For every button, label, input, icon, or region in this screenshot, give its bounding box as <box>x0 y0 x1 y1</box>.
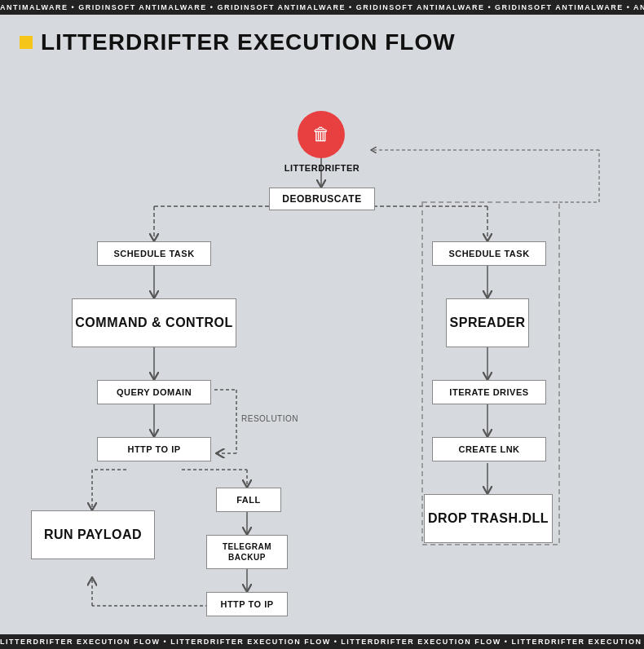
node-deobruscate: DEOBRUSCATE <box>269 188 375 210</box>
label-run-payload: RUN PAYLOAD <box>44 528 142 542</box>
ticker-top: ANTIMALWARE • GRIDINSOFT ANTIMALWARE • G… <box>0 0 644 15</box>
node-run-payload: RUN PAYLOAD <box>31 510 155 559</box>
trash-icon: 🗑 <box>312 124 330 145</box>
title-bar: LITTERDRIFTER EXECUTION FLOW <box>0 15 644 64</box>
flow-diagram: 🗑 LITTERDRIFTER DEOBRUSCATE SCHEDULE TAS… <box>0 64 644 618</box>
node-spreader: SPREADER <box>446 298 529 347</box>
node-schedule-task-right: SCHEDULE TASK <box>432 241 546 266</box>
node-command-control: COMMAND & CONTROL <box>72 298 236 347</box>
ticker-bottom-text: LITTERDRIFTER EXECUTION FLOW • LITTERDRI… <box>0 638 644 646</box>
label-schedule-task-right: SCHEDULE TASK <box>448 249 529 258</box>
node-http-to-ip: HTTP TO IP <box>97 437 211 461</box>
node-http-to-ip-2: HTTP TO IP <box>206 592 288 616</box>
label-spreader: SPREADER <box>450 316 526 330</box>
label-telegram-backup: TELEGRAM BACKUP <box>223 541 271 563</box>
ticker-bottom: LITTERDRIFTER EXECUTION FLOW • LITTERDRI… <box>0 634 644 649</box>
label-deobruscate: DEOBRUSCATE <box>282 193 361 205</box>
page-title: LITTERDRIFTER EXECUTION FLOW <box>41 29 456 55</box>
label-iterate-drives: ITERATE DRIVES <box>449 387 528 397</box>
label-command-control: COMMAND & CONTROL <box>75 316 232 330</box>
label-query-domain: QUERY DOMAIN <box>117 387 192 397</box>
node-telegram-backup: TELEGRAM BACKUP <box>206 535 288 569</box>
label-create-lnk: CREATE LNK <box>458 444 519 454</box>
label-resolution: RESOLUTION <box>241 414 298 423</box>
node-create-lnk: CREATE LNK <box>432 437 546 461</box>
node-schedule-task-left: SCHEDULE TASK <box>97 241 211 266</box>
node-iterate-drives: ITERATE DRIVES <box>432 380 546 404</box>
node-litterdrifter-circle: 🗑 <box>298 111 345 158</box>
label-drop-trash-dll: DROP TRASH.DLL <box>428 511 549 526</box>
node-query-domain: QUERY DOMAIN <box>97 380 211 404</box>
title-icon <box>20 36 33 49</box>
label-schedule-task-left: SCHEDULE TASK <box>113 249 194 258</box>
node-fall: FALL <box>216 488 281 512</box>
node-drop-trash-dll: DROP TRASH.DLL <box>424 494 553 543</box>
label-http-to-ip: HTTP TO IP <box>127 444 180 454</box>
ticker-top-text: ANTIMALWARE • GRIDINSOFT ANTIMALWARE • G… <box>0 3 644 11</box>
main-content: LITTERDRIFTER EXECUTION FLOW <box>0 15 644 634</box>
label-fall: FALL <box>236 495 261 505</box>
label-http-to-ip-2: HTTP TO IP <box>220 599 273 609</box>
label-litterdrifter: LITTERDRIFTER <box>276 163 368 173</box>
